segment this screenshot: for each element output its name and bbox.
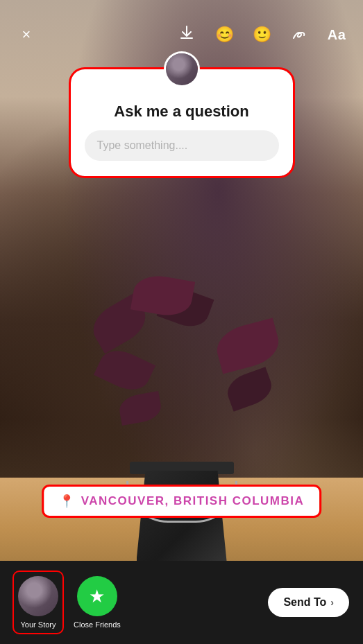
leaf-5 (223, 367, 276, 412)
leaf-7 (117, 391, 162, 426)
leaf-4 (93, 343, 155, 397)
qa-input-area[interactable]: Type something.... (85, 130, 279, 161)
app-container: × 😊 🙂 (0, 0, 363, 644)
emoji-icon: 😊 (215, 26, 234, 44)
sticker-button[interactable]: 🙂 (249, 22, 274, 47)
draw-icon (292, 26, 307, 44)
leaf-3 (212, 317, 282, 374)
qa-card-avatar (164, 51, 200, 87)
sticker-icon: 🙂 (253, 26, 271, 44)
draw-button[interactable] (287, 22, 312, 47)
your-story-label: Your Story (21, 620, 56, 629)
close-friends-item[interactable]: ★ Close Friends (74, 576, 121, 629)
qa-avatar-image (166, 53, 198, 85)
qa-input-placeholder: Type something.... (97, 139, 188, 152)
location-pin-icon: 📍 (59, 494, 74, 509)
send-to-button[interactable]: Send To › (268, 588, 349, 617)
qa-sticker-card[interactable]: Ask me a question Type something.... (71, 69, 293, 176)
bottom-bar: Your Story ★ Close Friends Send To › (0, 561, 363, 644)
text-icon: Aa (328, 27, 346, 43)
close-friends-label: Close Friends (74, 620, 121, 629)
your-story-item[interactable]: Your Story (14, 572, 62, 633)
download-button[interactable] (174, 22, 199, 47)
plant-decoration (78, 270, 286, 561)
close-button[interactable]: × (14, 22, 39, 47)
emoji-sticker-button[interactable]: 😊 (212, 22, 237, 47)
chevron-right-icon: › (330, 597, 334, 608)
toolbar-right-actions: 😊 🙂 Aa (174, 22, 349, 47)
star-icon: ★ (89, 586, 105, 607)
close-friends-avatar: ★ (77, 576, 117, 616)
download-icon (179, 25, 194, 44)
your-story-avatar (18, 576, 58, 616)
qa-card-title: Ask me a question (114, 103, 248, 121)
close-icon: × (22, 26, 31, 44)
text-button[interactable]: Aa (324, 22, 349, 47)
send-to-label: Send To (283, 596, 326, 609)
your-story-avatar-image (18, 576, 58, 616)
location-text: VANCOUVER, BRITISH COLUMBIA (81, 494, 305, 508)
top-toolbar: × 😊 🙂 (0, 0, 363, 55)
location-sticker[interactable]: 📍 VANCOUVER, BRITISH COLUMBIA (44, 487, 320, 516)
